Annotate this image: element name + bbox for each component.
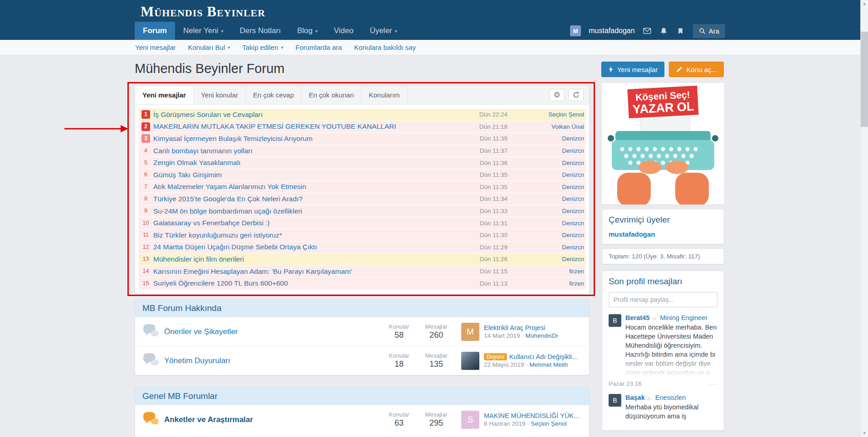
latest-post: Duyuru Kullanıcı Adı Değişiklikleri ( ..… [455,352,582,370]
thread-author-link[interactable]: Denizcn [507,220,585,227]
subnav-link[interactable]: Konuları Bul ▾ [188,44,230,51]
browser-scrollbar[interactable]: ▲ ▼ [860,0,868,437]
thread-title-link[interactable]: Karısının Emeğini Hesaplayan Adam: 'Bu P… [153,267,453,276]
thread-title-link[interactable]: Kimyasal İçermeyen Bulaşık Temizleyicisi… [153,135,453,143]
latest-author-link[interactable]: Mehmet Melih [530,361,568,368]
thread-title-link[interactable]: Mühendisler için film önerileri [153,255,453,263]
lightning-icon [608,66,614,73]
avatar[interactable]: S [461,411,479,429]
thread-title-link[interactable]: Biz Türkler koyunluğumuzu geri istiyoruz… [153,231,453,239]
subnav-link[interactable]: Takip edilen ▾ [242,44,283,51]
thread-title-link[interactable]: Canlı bombayı tanımanın yolları [153,147,453,155]
thread-title-link[interactable]: Zengin Olmak Yasaklanmalı [153,159,453,167]
thread-author-link[interactable]: Denizcn [507,147,585,154]
online-users-title[interactable]: Çevrimiçi üyeler [609,215,670,225]
thread-author-link[interactable]: Denizcn [507,244,585,251]
thread-author-link[interactable]: Denizcn [507,160,585,166]
nav-item[interactable]: Ders Notları [231,22,289,40]
thread-title-link[interactable]: Gümüş Takı Girişimim [153,171,453,179]
subnav-link[interactable]: Konulara bakıldı say [354,44,416,51]
site-logo[interactable]: Mühendis Beyinler [141,4,265,20]
nav-item[interactable]: Üyeler ▾ [361,22,405,40]
thread-row: 8 Türkiye 2015'te Google'da En Çok Neler… [139,193,585,205]
thread-title-link[interactable]: MAKERLARIN MUTLAKA TAKİP ETMESİ GEREKEN … [153,122,453,131]
avatar[interactable]: B [609,394,621,407]
thread-title-link[interactable]: Suriyeli Öğrencilere 1200 TL Burs 600+60… [153,279,453,287]
section-title[interactable]: Genel MB Forumlar [135,388,589,405]
thread-rank-badge: 11 [141,231,150,239]
widget-tab[interactable]: Yeni mesajlar [135,86,194,104]
forum-section: Genel MB Forumlar Anketler ve Araştırmal… [135,387,590,437]
profile-post-input[interactable] [609,292,717,307]
latest-thread-link[interactable]: MAKİNE MÜHENDİSLİĞİ YÜKSEK Lİ... [484,412,582,419]
new-messages-button[interactable]: Yeni mesajlar [601,62,665,77]
messages-stat-label: Mesajlar [418,411,455,418]
widget-tabs: Yeni mesajlar Yeni konular En çok cevap … [135,86,408,104]
nav-item[interactable]: Video [326,22,361,40]
username-link[interactable]: mustafadogan [589,27,634,35]
thread-author-link[interactable]: Denizcn [507,208,585,214]
thread-author-link[interactable]: Volkan Ünal [507,123,585,130]
online-user-link[interactable]: mustafadogan [609,230,655,238]
thread-author-link[interactable]: Denizcn [507,171,585,178]
latest-thread-link[interactable]: Kullanıcı Adı Değişiklikleri ( ... [509,353,582,360]
widget-tab[interactable]: Konularım [361,86,407,104]
subnav-link[interactable]: Forumlarda ara [296,44,342,51]
chevron-down-icon: ▾ [281,45,283,50]
widget-tab[interactable]: En çok okunan [302,86,361,104]
inbox-envelope-icon[interactable] [643,26,652,35]
widget-settings-button[interactable]: ⚙ [549,89,565,101]
thread-time: Dün 11:36 [453,160,507,166]
chevron-down-icon: ▾ [315,29,317,34]
search-button[interactable]: Ara [693,24,725,38]
thread-author-link[interactable]: Denizcn [507,232,585,238]
post-target-link[interactable]: Enesozlen [655,394,686,401]
thread-title-link[interactable]: Atık Malzemeler Yaşam Alanlarımızı Yok E… [153,183,453,191]
alerts-bell-icon[interactable] [659,26,668,35]
post-author-link[interactable]: Başak [625,394,645,401]
forum-rows: Anketler ve Araştırmalar Konular 63 Mesa… [135,405,589,434]
nav-item[interactable]: Forum [135,22,175,40]
avatar[interactable]: B [609,314,621,327]
post-menu-button[interactable]: ··· [710,380,718,387]
thread-author-link[interactable]: Denizcn [507,135,585,142]
thread-title-link[interactable]: İş Görüşmesi Soruları ve Cevapları [153,111,453,119]
subnav-link[interactable]: Yeni mesajlar [135,44,176,51]
scroll-down-arrow[interactable]: ▼ [861,429,868,437]
section-title[interactable]: MB Forum Hakkında [135,300,589,317]
new-topic-button[interactable]: Konu aç... [669,62,724,77]
scroll-up-arrow[interactable]: ▲ [861,0,868,8]
nav-item[interactable]: Blog ▾ [289,22,326,40]
avatar[interactable] [461,352,479,370]
post-target-link[interactable]: Mining Engineer [660,314,707,321]
thread-author-link[interactable]: Denizcn [507,195,585,202]
nav-item-label: Ders Notları [239,26,281,35]
latest-thread-link[interactable]: Elektrikli Araç Projesi [484,324,545,331]
widget-tab[interactable]: En çok cevap [246,86,302,104]
post-author-link[interactable]: Berat45 [625,314,649,321]
thread-author-link[interactable]: Denizcn [507,184,585,190]
thread-title-link[interactable]: Türkiye 2015'te Google'da En Çok Neleri … [153,195,453,203]
profile-posts-title[interactable]: Son profil mesajları [609,277,683,286]
latest-author-link[interactable]: MühendisDr [526,332,559,339]
writer-ad-banner[interactable]: Köşeni Seç! YAZAR OL [602,83,724,204]
forum-link[interactable]: Öneriler ve Şikayetler [162,327,380,336]
thread-row: 11 Biz Türkler koyunluğumuzu geri istiyo… [139,229,585,242]
latest-author-link[interactable]: Seçkin Şenol [531,420,567,427]
forum-link[interactable]: Anketler ve Araştırmalar [162,415,380,424]
thread-author-link[interactable]: firzen [507,268,585,275]
avatar[interactable]: M [461,323,479,341]
forum-link[interactable]: Yönetim Duyuruları [162,356,380,365]
widget-tab[interactable]: Yeni konular [194,86,246,104]
nav-item[interactable]: Neler Yeni ▾ [175,22,232,40]
bookmarks-icon[interactable] [676,26,685,35]
user-avatar[interactable]: M [570,25,581,36]
thread-author-link[interactable]: firzen [507,280,585,287]
thread-title-link[interactable]: Su-24M ön bölge bombardıman uçağı özelli… [153,207,453,215]
thread-author-link[interactable]: Denizcn [507,256,585,262]
thread-author-link[interactable]: Seçkin Şenol [507,111,585,118]
scrollbar-thumb[interactable] [861,32,868,127]
thread-title-link[interactable]: 24 Martta Düşen Uçağın Düşme Sebebi Orta… [153,243,453,251]
widget-refresh-button[interactable] [568,89,584,101]
thread-title-link[interactable]: Galatasaray vs Fenerbahçe Derbisi :) [153,219,453,227]
